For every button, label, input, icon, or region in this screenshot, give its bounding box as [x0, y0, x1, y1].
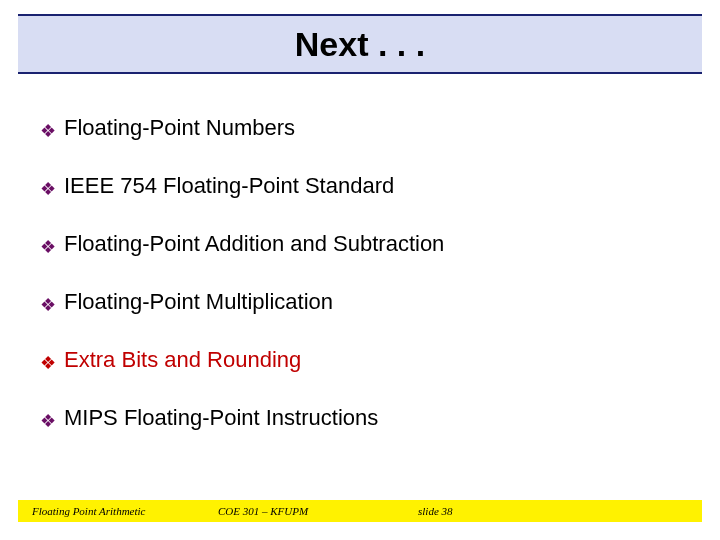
slide-title: Next . . .	[295, 25, 425, 64]
bullet-text: Floating-Point Multiplication	[64, 289, 333, 315]
slide: Next . . . ❖ Floating-Point Numbers ❖ IE…	[0, 0, 720, 540]
footer-bar: Floating Point Arithmetic COE 301 – KFUP…	[18, 500, 702, 522]
bullet-text: MIPS Floating-Point Instructions	[64, 405, 378, 431]
diamond-bullet-icon: ❖	[40, 122, 56, 140]
footer-course: COE 301 – KFUPM	[218, 505, 308, 517]
list-item: ❖ Floating-Point Multiplication	[40, 289, 680, 315]
bullet-text: Floating-Point Addition and Subtraction	[64, 231, 444, 257]
list-item: ❖ MIPS Floating-Point Instructions	[40, 405, 680, 431]
bullet-list: ❖ Floating-Point Numbers ❖ IEEE 754 Floa…	[40, 115, 680, 463]
diamond-bullet-icon: ❖	[40, 238, 56, 256]
list-item: ❖ Floating-Point Numbers	[40, 115, 680, 141]
diamond-bullet-icon: ❖	[40, 412, 56, 430]
diamond-bullet-icon: ❖	[40, 296, 56, 314]
diamond-bullet-icon: ❖	[40, 180, 56, 198]
list-item: ❖ IEEE 754 Floating-Point Standard	[40, 173, 680, 199]
footer-topic: Floating Point Arithmetic	[32, 505, 145, 517]
list-item: ❖ Floating-Point Addition and Subtractio…	[40, 231, 680, 257]
bullet-text: Floating-Point Numbers	[64, 115, 295, 141]
footer-slide-number: slide 38	[418, 505, 453, 517]
title-bar: Next . . .	[18, 14, 702, 74]
bullet-text: IEEE 754 Floating-Point Standard	[64, 173, 394, 199]
list-item-current: ❖ Extra Bits and Rounding	[40, 347, 680, 373]
diamond-bullet-icon: ❖	[40, 354, 56, 372]
bullet-text: Extra Bits and Rounding	[64, 347, 301, 373]
